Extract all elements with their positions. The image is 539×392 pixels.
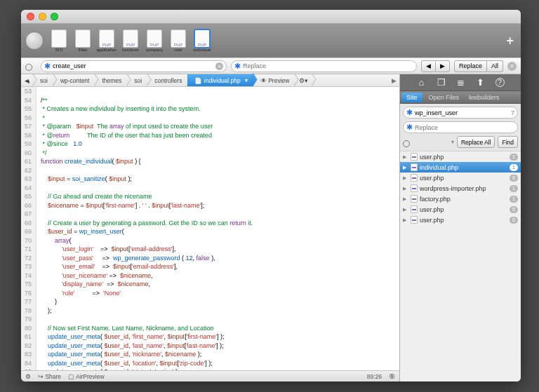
file-row[interactable]: ▶user.php0 <box>400 215 521 225</box>
shelf-tab-company[interactable]: PHPcompany <box>143 27 166 55</box>
document-tab-shelf: SOIFilesPHPapplicationPHPfunctionsPHPcom… <box>21 24 521 58</box>
breadcrumb-back[interactable]: ◀ <box>21 74 33 86</box>
crumb-soi[interactable]: soi <box>33 74 53 86</box>
shelf-tab-user[interactable]: PHPuser <box>167 27 189 55</box>
nav-group: ◀ ▶ <box>421 60 450 72</box>
find-replace-bar: ✱ × ✱ ◀ ▶ Replace All × <box>21 58 521 74</box>
find-button[interactable]: Find <box>498 136 518 148</box>
crumb-wp-content[interactable]: wp-content <box>53 74 95 86</box>
shelf-tab-application[interactable]: PHPapplication <box>95 27 118 55</box>
file-row[interactable]: ▶individual.php1 <box>400 162 521 173</box>
sidebar-find-input[interactable] <box>415 109 511 116</box>
replace-input[interactable] <box>243 62 413 69</box>
close-search-icon[interactable]: × <box>507 62 517 71</box>
shelf-tab-soi[interactable]: SOI <box>48 27 70 55</box>
find-field[interactable]: ✱ × <box>41 60 227 72</box>
breadcrumb-settings[interactable]: ⚙▾ <box>295 74 312 86</box>
search-icon[interactable] <box>25 61 35 71</box>
file-row[interactable]: ▶wordpress-importer.php1 <box>400 183 521 194</box>
star-icon: ✱ <box>234 62 241 71</box>
tab-open-files[interactable]: Open Files <box>424 91 465 103</box>
sidebar-tabs: Site Open Files leebuilders <box>400 91 521 104</box>
next-match-button[interactable]: ▶ <box>436 60 450 72</box>
replace-field[interactable]: ✱ <box>231 60 417 72</box>
shelf-tab-individual[interactable]: PHPindividual <box>191 27 213 55</box>
status-indicator: ⦿ <box>389 373 395 380</box>
crumb-soi[interactable]: soi <box>127 74 147 86</box>
breadcrumb-forward[interactable]: ▶ <box>388 77 399 84</box>
list-icon[interactable]: ≣ <box>456 78 466 88</box>
sidebar-find-count: 7 <box>511 109 514 116</box>
crumb-controllers[interactable]: controllers <box>147 74 187 86</box>
find-input[interactable] <box>53 62 215 69</box>
window-zoom-button[interactable] <box>51 13 58 20</box>
airpreview-button[interactable]: ▢ AirPreview <box>68 373 105 380</box>
file-results-list: ▶user.php1▶individual.php1▶user.php0▶wor… <box>400 151 521 381</box>
star-icon: ✱ <box>406 108 413 117</box>
status-bar: ⚙ ↪ Share ▢ AirPreview 89:26 ⦿ <box>21 370 399 381</box>
sidebar-replace-input[interactable] <box>415 124 514 131</box>
home-icon[interactable]: ⌂ <box>417 78 427 88</box>
sidebar-replace-field[interactable]: ✱ <box>403 121 518 133</box>
file-row[interactable]: ▶factory.php1 <box>400 194 521 204</box>
window-minimize-button[interactable] <box>39 13 46 20</box>
line-gutter: 53 54 55 56 57 58 59 60 61 62 63 64 65 6… <box>21 87 36 370</box>
window-close-button[interactable] <box>27 13 34 20</box>
sidebar-search: ✱ 7 ✱ ▾ Replace All Find <box>400 104 521 151</box>
crumb-individual-php[interactable]: 📄 individual.php ▾ <box>187 74 253 86</box>
prev-match-button[interactable]: ◀ <box>421 60 436 72</box>
help-icon[interactable]: ? <box>495 78 505 87</box>
file-row[interactable]: ▶user.php1 <box>400 151 521 162</box>
share-button[interactable]: ↪ Share <box>38 373 61 380</box>
star-icon: ✱ <box>406 123 413 132</box>
copy-icon[interactable]: ❐ <box>437 78 446 88</box>
crumb-themes[interactable]: themes <box>95 74 127 86</box>
tab-leebuilders[interactable]: leebuilders <box>464 91 505 103</box>
add-tab-button[interactable]: + <box>506 34 514 48</box>
star-icon: ✱ <box>44 62 51 71</box>
file-row[interactable]: ▶user.php0 <box>400 204 521 215</box>
breadcrumb: ◀ soiwp-contentthemessoicontrollers📄 ind… <box>21 74 399 87</box>
replace-button[interactable]: Replace <box>454 60 487 72</box>
clear-find-icon[interactable]: × <box>215 62 223 70</box>
search-icon[interactable] <box>403 137 413 147</box>
sidebar-iconbar: ⌂ ❐ ≣ ⬆ ? <box>400 74 521 91</box>
globe-icon[interactable] <box>25 32 44 50</box>
window-titlebar <box>21 10 521 24</box>
file-row[interactable]: ▶user.php0 <box>400 173 521 183</box>
shelf-tab-files[interactable]: Files <box>72 27 94 55</box>
replace-all-button[interactable]: Replace All <box>457 136 495 148</box>
shelf-tab-functions[interactable]: PHPfunctions <box>119 27 142 55</box>
cursor-position: 89:26 <box>367 373 382 380</box>
code-editor[interactable]: 53 54 55 56 57 58 59 60 61 62 63 64 65 6… <box>21 87 399 370</box>
sidebar-find-field[interactable]: ✱ 7 <box>403 107 518 119</box>
gear-icon[interactable]: ⚙ <box>25 373 31 380</box>
tab-site[interactable]: Site <box>401 93 422 102</box>
replace-all-button[interactable]: All <box>487 60 503 72</box>
upload-icon[interactable]: ⬆ <box>476 78 486 88</box>
crumb-Preview[interactable]: 👁 Preview <box>253 74 295 86</box>
